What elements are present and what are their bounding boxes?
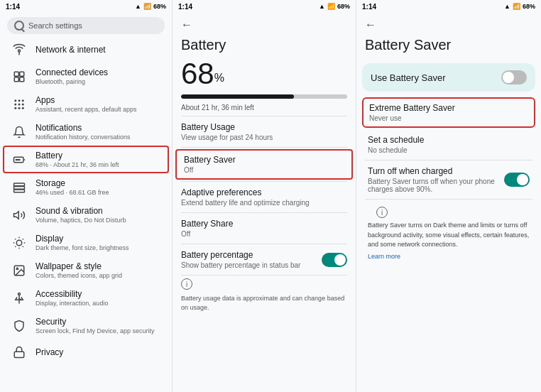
- battery-percentage-item[interactable]: Battery percentage Show battery percenta…: [173, 244, 356, 275]
- sidebar-item-sound[interactable]: Sound & vibration Volume, haptics, Do No…: [3, 201, 169, 229]
- search-icon: [14, 21, 24, 31]
- battery-time-left: About 21 hr, 36 min left: [173, 102, 356, 116]
- battery-saver-item[interactable]: Battery Saver Off: [175, 149, 353, 180]
- mid-header: ←: [173, 13, 356, 34]
- network-icon: [11, 42, 27, 58]
- sound-sub: Volume, haptics, Do Not Disturb: [35, 217, 160, 224]
- battery-share-sub: Off: [181, 230, 347, 238]
- turn-off-sub: Battery Saver turns off when your phone …: [368, 178, 498, 193]
- battery-usage-item[interactable]: Battery Usage View usage for past 24 hou…: [173, 116, 356, 147]
- storage-sub: 46% used · 68.61 GB free: [35, 189, 160, 196]
- sidebar-item-privacy[interactable]: Privacy: [3, 339, 169, 365]
- back-button-mid[interactable]: ←: [181, 18, 192, 31]
- use-saver-label: Use Battery Saver: [371, 72, 446, 83]
- battery-percentage-text: Battery percentage Show battery percenta…: [181, 250, 300, 269]
- adaptive-sub: Extend battery life and optimize chargin…: [181, 199, 347, 207]
- sidebar-item-apps[interactable]: Apps Assistant, recent apps, default app…: [3, 90, 169, 118]
- svg-point-7: [18, 99, 21, 102]
- battery-text: Battery 68% · About 21 hr, 36 min left: [35, 151, 160, 168]
- use-battery-saver-section[interactable]: Use Battery Saver: [362, 63, 535, 92]
- display-text: Display Dark theme, font size, brightnes…: [35, 234, 160, 251]
- svg-rect-33: [14, 352, 24, 357]
- svg-point-31: [16, 268, 18, 269]
- apps-icon: [11, 97, 27, 112]
- battery-percentage-toggle[interactable]: [322, 253, 347, 267]
- mid-status-bar: 1:14 ▲ 📶 68%: [173, 0, 356, 13]
- wallpaper-text: Wallpaper & style Colors, themed icons, …: [35, 261, 160, 279]
- accessibility-icon: [11, 290, 27, 306]
- sidebar-item-security[interactable]: Security Screen lock, Find My Device, ap…: [3, 312, 169, 339]
- wallpaper-icon: [11, 263, 27, 278]
- display-sub: Dark theme, font size, brightness: [35, 244, 160, 251]
- info-note-section: i Battery Saver turns on Dark theme and …: [356, 200, 541, 264]
- sidebar-item-connected[interactable]: Connected devices Bluetooth, pairing: [3, 62, 169, 90]
- svg-rect-3: [20, 72, 24, 76]
- privacy-icon: [11, 344, 27, 360]
- battery-percent-row: 68 %: [173, 59, 356, 92]
- turn-off-charged-item[interactable]: Turn off when charged Battery Saver turn…: [356, 160, 541, 199]
- mid-status-icons: ▲ 📶 68%: [319, 3, 350, 10]
- turn-off-text: Turn off when charged Battery Saver turn…: [368, 166, 504, 193]
- security-text: Security Screen lock, Find My Device, ap…: [35, 317, 160, 334]
- right-status-bar: 1:14 ▲ 📶 68%: [356, 0, 541, 13]
- left-time: 1:14: [6, 3, 20, 11]
- connected-sub: Bluetooth, pairing: [35, 78, 160, 85]
- right-battery-pct: 68%: [523, 3, 535, 10]
- svg-point-8: [22, 99, 24, 102]
- battery-icon-left: 68%: [153, 3, 166, 10]
- svg-rect-18: [14, 186, 25, 189]
- wallpaper-title: Wallpaper & style: [35, 261, 160, 271]
- learn-more-link[interactable]: Learn more: [368, 253, 530, 260]
- svg-rect-2: [14, 72, 18, 76]
- battery-bar-bg: [181, 94, 347, 99]
- sidebar-item-battery[interactable]: Battery 68% · About 21 hr, 36 min left: [3, 146, 169, 173]
- turn-off-toggle[interactable]: [504, 173, 530, 187]
- right-signal-icon: 📶: [513, 3, 520, 10]
- mid-battery-pct: 68%: [337, 3, 350, 10]
- svg-point-10: [18, 103, 21, 105]
- svg-point-14: [22, 107, 24, 109]
- right-time: 1:14: [362, 3, 376, 11]
- connected-icon: [11, 69, 27, 85]
- schedule-item[interactable]: Set a schedule No schedule: [356, 129, 541, 160]
- sidebar-item-display[interactable]: Display Dark theme, font size, brightnes…: [3, 229, 169, 256]
- info-note-text: Battery Saver turns on Dark theme and li…: [368, 221, 530, 250]
- settings-list: Network & internet Connected devices Blu…: [0, 37, 172, 392]
- use-saver-toggle[interactable]: [501, 70, 527, 85]
- display-icon: [11, 235, 27, 251]
- svg-line-29: [23, 239, 23, 239]
- privacy-text: Privacy: [35, 347, 160, 357]
- battery-pct-symbol: %: [214, 72, 224, 85]
- security-icon: [11, 318, 27, 334]
- battery-sub: 68% · About 21 hr, 36 min left: [35, 161, 160, 168]
- right-title: Battery Saver: [356, 34, 541, 59]
- left-panel: 1:14 ▲ 📶 68% Search settings Network & i…: [0, 0, 173, 392]
- svg-rect-5: [20, 77, 24, 81]
- svg-point-21: [16, 240, 22, 246]
- svg-rect-17: [14, 183, 25, 186]
- mid-title: Battery: [173, 34, 356, 59]
- svg-point-9: [14, 103, 16, 105]
- sidebar-item-storage[interactable]: Storage 46% used · 68.61 GB free: [3, 173, 169, 201]
- connected-title: Connected devices: [35, 67, 160, 77]
- security-sub: Screen lock, Find My Device, app securit…: [35, 327, 160, 334]
- search-bar[interactable]: Search settings: [7, 17, 165, 34]
- sidebar-item-notifications[interactable]: Notifications Notification history, conv…: [3, 118, 169, 146]
- battery-bar-fill: [181, 94, 294, 99]
- storage-icon: [11, 180, 27, 195]
- extreme-saver-title: Extreme Battery Saver: [369, 103, 528, 113]
- adaptive-item[interactable]: Adaptive preferences Extend battery life…: [173, 182, 356, 212]
- svg-line-25: [23, 246, 23, 246]
- back-button-right[interactable]: ←: [365, 18, 376, 31]
- svg-point-0: [18, 50, 21, 52]
- sound-text: Sound & vibration Volume, haptics, Do No…: [35, 206, 160, 224]
- svg-line-24: [15, 239, 16, 239]
- battery-share-item[interactable]: Battery Share Off: [173, 213, 356, 244]
- sidebar-item-accessibility[interactable]: Accessibility Display, interaction, audi…: [3, 284, 169, 312]
- extreme-saver-item[interactable]: Extreme Battery Saver Never use: [362, 97, 535, 128]
- sidebar-item-wallpaper[interactable]: Wallpaper & style Colors, themed icons, …: [3, 256, 169, 284]
- mid-panel: 1:14 ▲ 📶 68% ← Battery 68 % About 21 hr,…: [173, 0, 356, 392]
- accessibility-title: Accessibility: [35, 289, 160, 299]
- sidebar-item-network[interactable]: Network & internet: [3, 37, 169, 62]
- extreme-saver-sub: Never use: [369, 114, 528, 122]
